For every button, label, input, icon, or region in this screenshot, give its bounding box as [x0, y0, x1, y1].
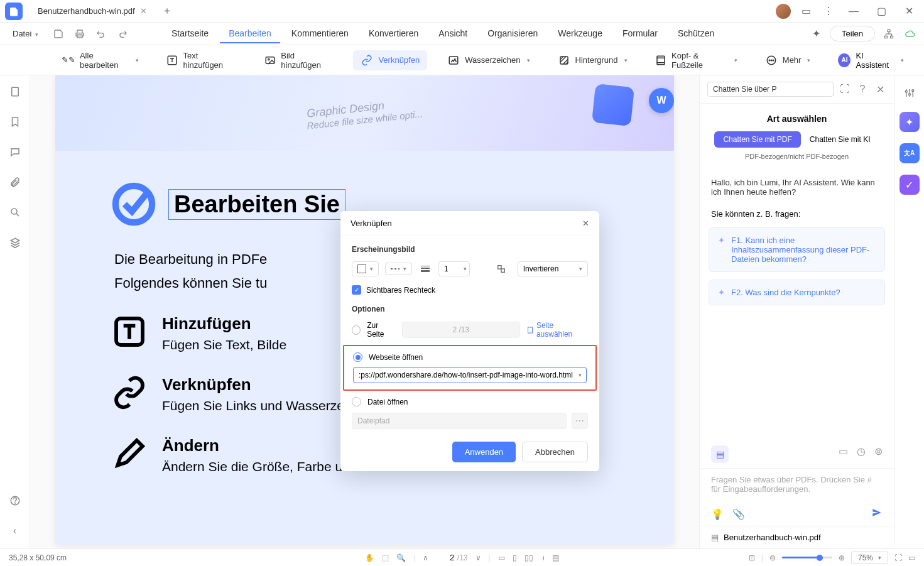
menu-organisieren[interactable]: Organisieren — [479, 24, 546, 43]
continuous-icon[interactable]: ⫞ — [541, 553, 545, 562]
single-page-icon[interactable]: ▯ — [513, 553, 517, 562]
fullscreen-icon[interactable]: ⛶ — [894, 553, 902, 562]
zoom-in-icon[interactable]: ⊕ — [839, 553, 845, 562]
highlight-mode-dropdown[interactable]: Invertieren▾ — [518, 261, 588, 276]
link-button[interactable]: Verknüpfen — [353, 50, 427, 70]
document-canvas[interactable]: Graphic Design Reduce file size while op… — [30, 75, 699, 548]
panel-close-icon[interactable]: ✕ — [874, 84, 886, 95]
more-button[interactable]: Mehr▾ — [758, 50, 818, 70]
menu-werkzeuge[interactable]: Werkzeuge — [549, 24, 611, 43]
collapse-icon[interactable]: ‹ — [8, 523, 23, 538]
zoom-out-icon[interactable]: ⊖ — [769, 553, 776, 562]
menu-ansicht[interactable]: Ansicht — [430, 24, 476, 43]
select-tool-icon[interactable]: ⬚ — [382, 553, 389, 562]
browse-file-button[interactable]: ⋯ — [572, 413, 588, 429]
background-button[interactable]: Hintergrund▾ — [550, 50, 635, 70]
thumbnails-icon[interactable] — [8, 84, 23, 99]
file-radio[interactable] — [352, 397, 361, 406]
user-avatar[interactable] — [776, 4, 791, 19]
more-vertical-icon[interactable]: ⋮ — [821, 4, 836, 19]
fit-width-icon[interactable]: ▭ — [498, 553, 505, 562]
suggest-2[interactable]: ✦ F2. Was sind die Kernpunkte? — [709, 280, 885, 305]
website-radio[interactable] — [353, 352, 362, 362]
close-window-button[interactable]: ✕ — [899, 3, 919, 20]
chat-pdf-pill[interactable]: Chatten Sie mit PDF — [714, 131, 800, 148]
cloud-icon[interactable] — [903, 26, 918, 41]
visible-rect-checkbox[interactable]: ✓ — [352, 285, 361, 295]
note-icon[interactable]: ▭ — [839, 445, 848, 463]
header-footer-button[interactable]: Kopf- & Fußzeile▾ — [648, 47, 745, 73]
chat-ai-pill[interactable]: Chatten Sie mit KI — [801, 131, 879, 148]
maximize-button[interactable]: ▢ — [871, 3, 891, 20]
lightbulb-icon[interactable]: 💡 — [711, 508, 724, 520]
prev-page-icon[interactable]: ∧ — [423, 553, 428, 562]
history-icon[interactable]: ◷ — [857, 445, 866, 463]
add-tab-button[interactable]: ＋ — [160, 4, 175, 19]
ai-chat-rail-icon[interactable]: ✦ — [900, 112, 920, 132]
redo-icon[interactable] — [114, 25, 131, 43]
read-mode-icon[interactable]: ▤ — [552, 553, 559, 562]
menu-startseite[interactable]: Startseite — [163, 24, 217, 43]
presentation-icon[interactable]: ▭ — [908, 553, 915, 562]
zoom-tool-icon[interactable]: 🔍 — [396, 553, 406, 562]
org-chart-icon[interactable] — [881, 26, 896, 41]
ai-input-area[interactable]: Fragen Sie etwas über PDFs. Drücken Sie … — [700, 468, 894, 502]
thickness-input[interactable]: 1▾ — [438, 261, 470, 276]
sliders-icon[interactable] — [902, 85, 917, 101]
file-menu[interactable]: Datei ▾ — [6, 26, 45, 41]
attach-icon[interactable]: 📎 — [732, 508, 745, 520]
dialog-close-button[interactable]: ✕ — [582, 219, 589, 228]
undo-icon[interactable] — [92, 25, 110, 43]
menu-konvertieren[interactable]: Konvertieren — [360, 24, 427, 43]
edit-all-button[interactable]: ✎✎ Alle bearbeiten▾ — [55, 47, 146, 73]
send-icon[interactable] — [871, 507, 883, 521]
save-icon[interactable] — [50, 25, 67, 43]
help-icon[interactable] — [8, 493, 23, 508]
color-swatch-button[interactable] — [491, 261, 511, 276]
document-tab[interactable]: Benutzerhandbuch-win.pdf ✕ — [30, 1, 155, 21]
menu-schuetzen[interactable]: Schützen — [669, 24, 723, 43]
ai-assistant-button[interactable]: AI KI Assistent▾ — [830, 47, 911, 73]
settings-icon-small[interactable]: ⊚ — [874, 445, 883, 463]
cancel-button[interactable]: Abbrechen — [522, 442, 588, 462]
panel-help-icon[interactable]: ? — [856, 84, 869, 95]
attachment-icon[interactable] — [8, 175, 23, 190]
zoom-slider[interactable] — [782, 557, 832, 558]
next-page-icon[interactable]: ∨ — [476, 553, 481, 562]
tips-icon[interactable]: ✦ — [808, 26, 823, 41]
fit-page-icon[interactable]: ⊡ — [749, 553, 755, 562]
ai-translate-rail-icon[interactable]: 文A — [900, 143, 920, 163]
share-button[interactable]: Teilen — [830, 26, 875, 41]
print-icon[interactable] — [71, 25, 89, 43]
apply-button[interactable]: Anwenden — [452, 442, 516, 462]
ai-check-rail-icon[interactable]: ✓ — [900, 175, 920, 195]
hand-tool-icon[interactable]: ✋ — [365, 553, 374, 562]
page-indicator[interactable]: /13 — [436, 552, 467, 563]
close-tab-icon[interactable]: ✕ — [140, 6, 147, 16]
message-icon[interactable]: ▭ — [798, 4, 813, 19]
menu-formular[interactable]: Formular — [614, 24, 666, 43]
watermark-button[interactable]: Wasserzeichen▾ — [440, 50, 537, 70]
menu-bearbeiten[interactable]: Bearbeiten — [220, 24, 280, 43]
bookmark-icon[interactable] — [8, 114, 23, 129]
context-file-row[interactable]: ▤ Benutzerhandbuch-win.pdf — [700, 526, 894, 548]
ai-search-input[interactable] — [707, 82, 834, 97]
expand-icon[interactable]: ⛶ — [839, 84, 851, 95]
word-export-icon[interactable]: W — [649, 88, 674, 113]
select-page-link[interactable]: Seite auswählen — [526, 321, 588, 339]
menu-kommentieren[interactable]: Kommentieren — [283, 24, 357, 43]
layers-icon[interactable] — [8, 235, 23, 250]
dash-style-dropdown[interactable]: ▾ — [385, 263, 412, 275]
add-text-button[interactable]: Text hinzufügen — [159, 47, 244, 73]
to-page-radio[interactable] — [352, 325, 361, 335]
search-sidebar-icon[interactable] — [8, 205, 23, 220]
url-input[interactable] — [353, 367, 587, 383]
suggest-1[interactable]: ✦ F1. Kann ich eine Inhaltszusammenfassu… — [709, 227, 885, 272]
url-dropdown-icon[interactable]: ▾ — [579, 372, 582, 378]
pdf-context-icon[interactable]: ▤ — [711, 445, 729, 463]
minimize-button[interactable]: — — [844, 3, 864, 20]
line-style-dropdown[interactable]: ▾ — [352, 261, 379, 276]
comment-icon[interactable] — [8, 144, 23, 160]
add-image-button[interactable]: Bild hinzufügen — [257, 47, 341, 73]
zoom-level-dropdown[interactable]: 75%▾ — [851, 552, 888, 564]
